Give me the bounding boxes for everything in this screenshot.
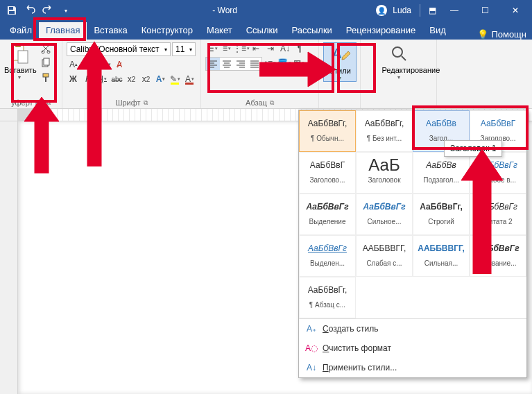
text-effects-button[interactable]: A: [154, 73, 167, 85]
italic-button[interactable]: К: [81, 73, 94, 85]
align-right-button[interactable]: [234, 58, 248, 70]
style-label: Сильное...: [359, 218, 409, 225]
style-cell[interactable]: АаБбВвПодзагол...: [413, 152, 470, 194]
clear-format-item[interactable]: A◌ Очистить формат: [299, 339, 526, 358]
change-case-button[interactable]: Aa: [97, 58, 111, 71]
style-cell[interactable]: АаБбВвГгСлабое в...: [470, 152, 526, 194]
style-label: Сильная...: [416, 259, 466, 267]
style-label: Заголовок: [359, 176, 409, 184]
align-left-button[interactable]: [206, 58, 220, 70]
undo-icon[interactable]: [22, 3, 37, 18]
format-painter-icon[interactable]: [37, 71, 54, 84]
style-cell[interactable]: АаБбВвГг,¶ Обычн...: [299, 110, 356, 152]
close-button[interactable]: ✕: [503, 0, 528, 21]
tab-view[interactable]: Вид: [422, 22, 453, 40]
multilevel-list-button[interactable]: ⋮≡: [234, 42, 248, 55]
paragraph-group-label: Абзац: [246, 98, 267, 107]
grow-font-button[interactable]: A▴: [67, 58, 80, 71]
ribbon-display-icon[interactable]: ⬒: [429, 6, 436, 15]
font-name-combo[interactable]: Calibri (Основной текст▾: [67, 42, 171, 56]
superscript-button[interactable]: x2: [139, 73, 153, 85]
user-name[interactable]: Luda: [393, 6, 411, 15]
title-bar: ▾ - Word 👤 Luda ⬒ — ☐ ✕: [0, 0, 532, 21]
style-cell[interactable]: АаБбВвГг,¶ Без инт...: [356, 110, 413, 152]
svg-rect-10: [45, 77, 46, 82]
tab-insert[interactable]: Вставка: [87, 22, 134, 40]
paste-button[interactable]: Вставить ▾: [4, 42, 35, 84]
styles-button[interactable]: A Стили ▾: [323, 42, 357, 82]
style-sample: АаБбВвГг: [473, 240, 523, 257]
shading-button[interactable]: 🪣: [277, 57, 291, 69]
tab-review[interactable]: Рецензирование: [339, 22, 422, 40]
increase-indent-button[interactable]: ⇥: [264, 42, 277, 55]
window-title: - Word: [74, 6, 376, 15]
strikethrough-button[interactable]: abc: [110, 73, 123, 85]
decrease-indent-button[interactable]: ⇤: [249, 42, 263, 55]
style-sample: АаБбВвГг,: [416, 198, 466, 215]
numbering-button[interactable]: ≡: [220, 42, 234, 55]
style-label: ¶ Без инт...: [359, 135, 409, 142]
tab-mailings[interactable]: Рассылки: [284, 22, 338, 40]
style-cell[interactable]: АаБбВвГгНазвание...: [470, 235, 526, 277]
create-style-label: Создать стиль: [323, 324, 378, 334]
subscript-button[interactable]: x2: [125, 73, 138, 85]
user-avatar-icon[interactable]: 👤: [376, 5, 387, 16]
show-marks-button[interactable]: ¶: [293, 42, 307, 55]
paragraph-launcher-icon[interactable]: ⧉: [270, 99, 274, 107]
tab-design[interactable]: Конструктор: [135, 22, 200, 40]
justify-button[interactable]: [248, 58, 261, 70]
align-center-button[interactable]: [220, 58, 234, 70]
font-size-combo[interactable]: 11▾: [172, 42, 196, 56]
style-cell[interactable]: АаБбВвГЗаголово...: [299, 152, 356, 194]
style-cell[interactable]: АаБбВвГг,¶ Абзац с...: [299, 277, 356, 318]
clipboard-launcher-icon[interactable]: ⧉: [46, 99, 51, 107]
style-label: Слабое в...: [473, 176, 523, 184]
style-cell[interactable]: АаБбВвГгСильное...: [356, 194, 413, 235]
highlight-button[interactable]: ✎: [169, 73, 182, 85]
style-sample: АаБбВвГг: [302, 240, 352, 257]
bold-button[interactable]: Ж: [67, 73, 80, 85]
vertical-ruler[interactable]: [0, 121, 18, 394]
clear-formatting-button[interactable]: A̷: [112, 58, 126, 71]
style-cell[interactable]: ААББВВГГ,Сильная...: [413, 235, 470, 277]
apply-styles-item[interactable]: A↓ Применить стили...: [299, 358, 526, 377]
tab-references[interactable]: Ссылки: [239, 22, 285, 40]
line-spacing-button[interactable]: ↕≡: [263, 57, 277, 69]
cut-icon[interactable]: [37, 42, 54, 55]
svg-rect-3: [15, 44, 21, 47]
save-icon[interactable]: [4, 3, 19, 18]
style-sample: АаБбВвГ: [302, 157, 352, 173]
group-font: Calibri (Основной текст▾ 11▾ A▴ A▾ Aa A̷…: [62, 40, 201, 108]
style-cell[interactable]: АаБЗаголовок: [356, 152, 413, 194]
style-cell[interactable]: ААББВВГГ,Слабая с...: [356, 235, 413, 277]
copy-icon[interactable]: [37, 57, 54, 69]
qat-customize-icon[interactable]: ▾: [58, 3, 74, 18]
style-cell[interactable]: АаБбВвГгВыделен...: [299, 235, 356, 277]
tab-file[interactable]: Файл: [3, 22, 39, 40]
underline-button[interactable]: Ч: [96, 73, 109, 85]
style-label: Название...: [473, 259, 523, 267]
tell-me-icon[interactable]: 💡: [477, 29, 488, 40]
shrink-font-button[interactable]: A▾: [82, 58, 96, 71]
svg-point-12: [393, 47, 402, 57]
styles-icon: A: [329, 43, 351, 65]
tab-home[interactable]: Главная: [39, 22, 87, 40]
tell-me-label[interactable]: Помощн: [491, 29, 526, 40]
sort-button[interactable]: A↓: [278, 42, 292, 55]
editing-button[interactable]: Редактирование ▾: [382, 42, 415, 80]
maximize-button[interactable]: ☐: [472, 0, 497, 21]
style-label: Выделение: [302, 218, 352, 225]
font-color-button[interactable]: A: [183, 73, 196, 85]
redo-icon[interactable]: [40, 3, 55, 18]
style-cell[interactable]: АаБбВвГгВыделение: [299, 194, 356, 235]
style-cell[interactable]: АаБбВвГгЦитата 2: [470, 194, 526, 235]
bullets-button[interactable]: ☰: [205, 42, 219, 55]
tab-layout[interactable]: Макет: [200, 22, 239, 40]
create-style-item[interactable]: A₊ Создать стиль: [299, 319, 526, 339]
minimize-button[interactable]: —: [442, 0, 467, 21]
svg-rect-1: [9, 11, 15, 14]
font-launcher-icon[interactable]: ⧉: [144, 99, 148, 107]
borders-button[interactable]: ▦: [292, 57, 306, 69]
style-cell[interactable]: АаБбВвГг,Строгий: [413, 194, 470, 235]
svg-rect-9: [43, 74, 49, 77]
